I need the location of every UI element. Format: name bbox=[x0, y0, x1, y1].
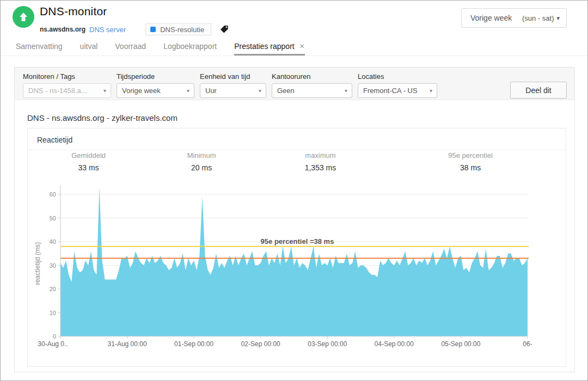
dns-resolutie-chip[interactable]: DNS-resolutie bbox=[145, 23, 211, 35]
filter-locations: Locaties Fremont-CA - US ▾ bbox=[358, 72, 437, 98]
x-tick-label: 01-Sep 00:00 bbox=[174, 340, 213, 348]
chevron-down-icon: ▾ bbox=[259, 88, 261, 94]
stat-minimum-label: Minimum bbox=[187, 151, 216, 159]
checkbox-icon bbox=[150, 27, 156, 32]
tab-voorraad[interactable]: Voorraad bbox=[115, 42, 146, 56]
timeperiod-select[interactable]: Vorige week ▾ bbox=[117, 83, 194, 98]
y-tick-label: 0 bbox=[53, 333, 56, 340]
y-tick-label: 20 bbox=[50, 286, 56, 292]
x-tick-label: 02-Sep 00:00 bbox=[241, 340, 280, 348]
monitor-subheader: ns.awsdns.org DNS server DNS-resolutie bbox=[40, 23, 229, 35]
filter-timeperiod-label: Tijdsperiode bbox=[117, 72, 194, 81]
monitors-select[interactable]: DNS - ns-1458.a... ▾ bbox=[23, 83, 111, 98]
filter-businesshours: Kantooruren Geen ▾ bbox=[272, 72, 352, 98]
period-label: Vorige week bbox=[470, 14, 512, 22]
tab-bar: Samenvatting uitval Voorraad Logboekrapp… bbox=[1, 40, 587, 56]
timeperiod-select-value: Vorige week bbox=[122, 87, 161, 95]
chevron-down-icon: ▾ bbox=[430, 88, 432, 94]
tab-prestaties-rapport[interactable]: Prestaties rapport ✕ bbox=[234, 42, 305, 56]
response-time-chart: 010203040506095e percentiel =38 ms30-Aug… bbox=[28, 176, 567, 356]
timeunit-select-value: Uur bbox=[205, 87, 217, 95]
chevron-down-icon: ▾ bbox=[103, 88, 106, 94]
locations-select[interactable]: Fremont-CA - US ▾ bbox=[358, 83, 437, 98]
filter-timeunit: Eenheid van tijd Uur ▾ bbox=[200, 72, 266, 98]
period-selector[interactable]: Vorige week (sun - sat) ▾ bbox=[461, 8, 567, 28]
stat-percentile: 95e percentiel 38 ms bbox=[448, 151, 493, 172]
tab-prestaties-label: Prestaties rapport bbox=[234, 42, 295, 51]
stat-maximum-value: 1,353 ms bbox=[305, 163, 336, 172]
header: DNS-monitor ns.awsdns.org DNS server DNS… bbox=[1, 1, 587, 40]
dns-monitor-page: DNS-monitor ns.awsdns.org DNS server DNS… bbox=[0, 0, 588, 381]
chevron-down-icon: ▾ bbox=[187, 88, 189, 94]
stats-row: Gemiddeld 33 ms Minimum 20 ms maximum 1,… bbox=[28, 151, 566, 176]
x-tick-label: 03-Sep 00:00 bbox=[308, 340, 347, 348]
area-series bbox=[60, 187, 528, 336]
percentile-annotation: 95e percentiel =38 ms bbox=[261, 237, 334, 245]
tab-logboekrapport[interactable]: Logboekrapport bbox=[163, 42, 217, 56]
x-tick-label: 06- bbox=[523, 340, 532, 348]
y-tick-label: 40 bbox=[50, 238, 56, 245]
stat-minimum: Minimum 20 ms bbox=[187, 151, 216, 172]
stat-minimum-value: 20 ms bbox=[187, 163, 216, 172]
card-title: Reactietijd bbox=[28, 128, 566, 150]
y-tick-label: 10 bbox=[50, 310, 56, 316]
stat-average-value: 33 ms bbox=[71, 163, 106, 172]
stat-maximum: maximum 1,353 ms bbox=[305, 151, 336, 172]
x-tick-label: 04-Sep 00:00 bbox=[375, 340, 414, 348]
businesshours-select-value: Geen bbox=[277, 87, 295, 95]
y-tick-label: 60 bbox=[50, 191, 56, 198]
close-icon[interactable]: ✕ bbox=[299, 42, 305, 50]
stat-percentile-label: 95e percentiel bbox=[448, 151, 493, 159]
filter-timeperiod: Tijdsperiode Vorige week ▾ bbox=[117, 72, 194, 98]
report-title: DNS - ns.awsdns.org - zylker-travels.com bbox=[27, 113, 177, 122]
monitor-hostname: ns.awsdns.org bbox=[40, 26, 85, 33]
response-time-card: Reactietijd Gemiddeld 33 ms Minimum 20 m… bbox=[27, 128, 566, 367]
filter-bar: Monitoren / Tags DNS - ns-1458.a... ▾ Ti… bbox=[15, 67, 574, 100]
x-tick-label: 30-Aug 0.. bbox=[38, 340, 68, 348]
tab-samenvatting[interactable]: Samenvatting bbox=[16, 42, 63, 56]
businesshours-select[interactable]: Geen ▾ bbox=[272, 83, 352, 98]
x-tick-label: 05-Sep 00:00 bbox=[441, 340, 480, 348]
status-up-icon bbox=[13, 6, 34, 28]
monitors-select-value: DNS - ns-1458.a... bbox=[28, 87, 87, 95]
y-tick-label: 30 bbox=[50, 262, 56, 269]
page-title: DNS-monitor bbox=[40, 5, 107, 18]
filter-timeunit-label: Eenheid van tijd bbox=[200, 72, 266, 81]
period-range: (sun - sat) bbox=[522, 14, 554, 22]
locations-select-value: Fremont-CA - US bbox=[363, 87, 418, 95]
filter-monitors: Monitoren / Tags DNS - ns-1458.a... ▾ bbox=[23, 72, 111, 98]
timeunit-select[interactable]: Uur ▾ bbox=[200, 83, 266, 98]
stat-average: Gemiddeld 33 ms bbox=[71, 151, 106, 172]
tag-icon[interactable] bbox=[220, 25, 229, 34]
chevron-down-icon: ▾ bbox=[556, 15, 560, 22]
x-tick-label: 31-Aug 00:00 bbox=[108, 340, 147, 348]
monitor-type-link[interactable]: DNS server bbox=[89, 26, 126, 34]
stat-percentile-value: 38 ms bbox=[448, 163, 493, 172]
stat-maximum-label: maximum bbox=[305, 151, 336, 159]
filter-monitors-label: Monitoren / Tags bbox=[23, 72, 111, 81]
stat-average-label: Gemiddeld bbox=[71, 151, 106, 159]
report-container: Monitoren / Tags DNS - ns-1458.a... ▾ Ti… bbox=[14, 67, 575, 372]
share-button[interactable]: Deel dit bbox=[510, 82, 567, 99]
filter-businesshours-label: Kantooruren bbox=[272, 72, 352, 81]
chevron-down-icon: ▾ bbox=[345, 88, 347, 94]
y-axis-title: reactietijd (ms) bbox=[34, 242, 41, 285]
up-arrow-icon bbox=[17, 11, 29, 23]
tab-uitval[interactable]: uitval bbox=[80, 42, 98, 56]
y-tick-label: 50 bbox=[50, 215, 56, 222]
filter-locations-label: Locaties bbox=[358, 72, 437, 81]
chip-label: DNS-resolutie bbox=[160, 26, 204, 34]
